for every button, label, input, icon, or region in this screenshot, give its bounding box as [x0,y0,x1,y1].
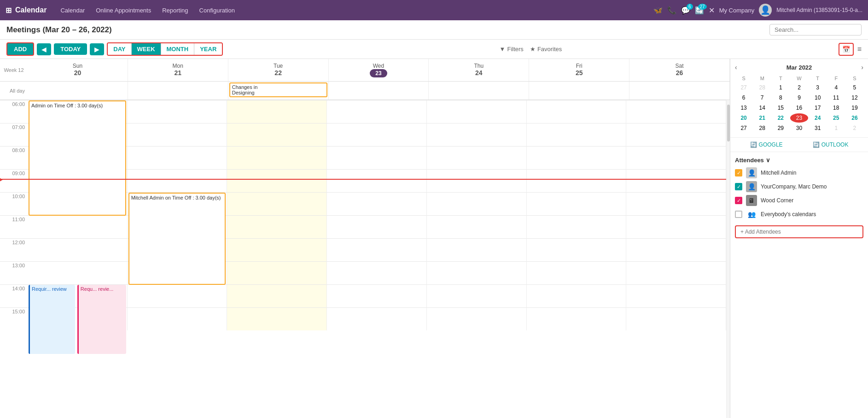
time-cell-thu-1400[interactable] [427,284,527,307]
time-cell-wed-800[interactable] [327,146,427,169]
mini-cal-next[interactable]: › [861,64,863,71]
time-cell-mon-1000[interactable]: Mitchell Admin on Time Off : 3.00 day(s) [128,192,227,215]
mini-day-4[interactable]: 4 [827,83,845,92]
allday-cell-thu[interactable] [429,82,529,100]
time-cell-sat-1300[interactable] [626,261,726,284]
mini-day-24[interactable]: 24 [809,113,827,123]
time-cell-thu-700[interactable] [427,123,527,146]
time-cell-sun-1300[interactable] [28,261,128,284]
attendee-check-mitchell[interactable]: ✓ [735,169,742,177]
time-cell-fri-1400[interactable] [527,284,627,307]
time-cell-tue-600[interactable] [227,100,327,123]
nav-calendar[interactable]: Calendar [56,5,89,16]
time-cell-sat-1100[interactable] [626,215,726,238]
filters-button[interactable]: ▼ Filters [500,46,524,53]
mini-day-7[interactable]: 7 [753,93,771,102]
outlook-sync-button[interactable]: 🔄 OUTLOOK [813,141,849,148]
time-cell-mon-900[interactable] [128,169,227,192]
time-cell-wed-1400[interactable] [327,284,427,307]
bug-icon[interactable]: 🦋 [653,6,663,15]
time-cell-sat-1400[interactable] [626,284,726,307]
event-mitchell-timeoff[interactable]: Mitchell Admin on Time Off : 3.00 day(s) [128,193,226,285]
nav-online-appointments[interactable]: Online Appointments [91,5,156,16]
time-cell-fri-1200[interactable] [527,238,627,261]
time-cell-fri-1100[interactable] [527,215,627,238]
time-cell-fri-1300[interactable] [527,261,627,284]
time-cell-wed-1300[interactable] [327,261,427,284]
add-attendees-input[interactable] [735,225,863,238]
event-require-review-sun[interactable]: Requir... review [29,285,75,354]
time-cell-fri-1500[interactable] [527,307,627,330]
time-cell-fri-1000[interactable] [527,192,627,215]
mini-day-11[interactable]: 11 [827,93,845,102]
time-cell-sat-700[interactable] [626,123,726,146]
mini-day-22[interactable]: 22 [772,113,789,123]
time-cell-mon-600[interactable] [128,100,227,123]
mini-day-16[interactable]: 16 [790,103,808,112]
mini-day-23[interactable]: 23 [790,113,808,123]
time-cell-mon-800[interactable] [128,146,227,169]
mini-day-2[interactable]: 2 [790,83,808,92]
time-cell-wed-700[interactable] [327,123,427,146]
prev-button[interactable]: ◀ [37,43,51,55]
time-cell-mon-1500[interactable] [128,307,227,330]
time-cell-sun-600[interactable]: Admin on Time Off : 3.00 day(s) [28,100,128,123]
time-cell-thu-900[interactable] [427,169,527,192]
event-admin-timeoff[interactable]: Admin on Time Off : 3.00 day(s) [29,100,126,216]
time-cell-thu-600[interactable] [427,100,527,123]
time-cell-tue-700[interactable] [227,123,327,146]
time-cell-thu-1200[interactable] [427,238,527,261]
attendee-check-woodcorner[interactable]: ✓ [735,197,742,204]
mini-day-3[interactable]: 3 [809,83,827,92]
time-cell-sat-1000[interactable] [626,192,726,215]
chat-icon[interactable]: 💬6 [681,6,690,15]
attendees-chevron[interactable]: ∨ [766,157,770,164]
mini-day-28a[interactable]: 28 [753,83,771,92]
time-cell-wed-1000[interactable] [327,192,427,215]
mini-day-13[interactable]: 13 [735,103,752,112]
mini-day-6[interactable]: 6 [735,93,752,102]
event-requ-review-sun[interactable]: Requ... revie... [77,285,126,354]
next-button[interactable]: ▶ [90,43,104,55]
view-day[interactable]: DAY [108,43,131,55]
allday-cell-sun[interactable] [28,82,128,100]
add-button[interactable]: ADD [6,42,34,56]
time-cell-wed-600[interactable] [327,100,427,123]
scrollbar-thumb[interactable] [727,105,730,141]
mini-day-26[interactable]: 26 [846,113,863,123]
time-cell-thu-1000[interactable] [427,192,527,215]
mini-day-21[interactable]: 21 [753,113,771,123]
time-cell-thu-1300[interactable] [427,261,527,284]
mini-day-31[interactable]: 31 [809,124,827,133]
phone-icon[interactable]: 📞 [667,6,676,15]
time-cell-sun-1400[interactable]: Requir... review Requ... revie... [28,284,128,307]
time-cell-thu-1100[interactable] [427,215,527,238]
list-view-icon[interactable]: ≡ [857,45,862,53]
mini-day-28b[interactable]: 28 [753,124,771,133]
mini-day-8[interactable]: 8 [772,93,789,102]
time-cell-thu-1500[interactable] [427,307,527,330]
nav-reporting[interactable]: Reporting [157,5,192,16]
mini-day-2b[interactable]: 2 [846,124,863,133]
today-button[interactable]: TODAY [54,43,87,55]
time-cell-sat-1200[interactable] [626,238,726,261]
time-cell-fri-800[interactable] [527,146,627,169]
time-cell-thu-800[interactable] [427,146,527,169]
time-grid-scroll[interactable]: 06:00 Admin on Time Off : 3.00 day(s) 07… [0,100,726,418]
mini-day-5[interactable]: 5 [846,83,863,92]
mini-day-27a[interactable]: 27 [735,83,752,92]
mini-day-10[interactable]: 10 [809,93,827,102]
mini-day-12[interactable]: 12 [846,93,863,102]
mini-day-18[interactable]: 18 [827,103,845,112]
time-cell-sun-1100[interactable] [28,215,128,238]
time-cell-tue-1300[interactable] [227,261,327,284]
mini-day-17[interactable]: 17 [809,103,827,112]
updates-icon[interactable]: 🔄27 [695,6,704,15]
attendee-check-everybody[interactable] [735,211,742,218]
time-cell-tue-1200[interactable] [227,238,327,261]
allday-cell-tue[interactable]: Changes inDesigning [228,82,329,100]
time-cell-tue-1100[interactable] [227,215,327,238]
time-cell-fri-700[interactable] [527,123,627,146]
mini-day-19[interactable]: 19 [846,103,863,112]
google-sync-button[interactable]: 🔄 GOOGLE [750,141,783,148]
